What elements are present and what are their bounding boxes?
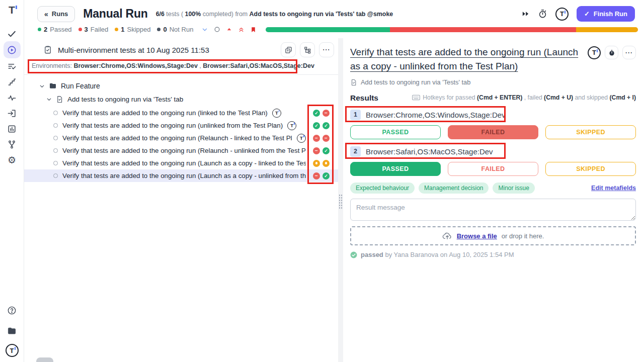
failed-button[interactable]: FAILED: [448, 162, 538, 176]
tag-minor-issue[interactable]: Minor issue: [493, 183, 534, 194]
copy-run-button[interactable]: [281, 42, 296, 57]
help-icon: [7, 306, 17, 315]
sidebar-item-test-plans[interactable]: [4, 59, 21, 74]
test-row[interactable]: Verify that tests are added to the ongoi…: [24, 107, 338, 119]
status-badge: [313, 172, 320, 179]
caret-up-icon[interactable]: [226, 26, 232, 33]
detail-head: Verify that tests are added to the ongoi…: [350, 44, 636, 78]
timer-icon[interactable]: [538, 9, 547, 19]
legend-failed: 3Failed: [78, 26, 109, 33]
sidebar-item-runs[interactable]: [4, 41, 21, 58]
sidebar-bottom: T: [4, 303, 21, 357]
test-row[interactable]: Verify that tests are added to the ongoi…: [24, 144, 338, 157]
finish-run-button[interactable]: ✓ Finish Run: [577, 6, 635, 22]
passed-button[interactable]: PASSED: [350, 125, 441, 139]
result-badges: [313, 122, 330, 129]
legend-passed: 2Passed: [38, 26, 72, 33]
sidebar-item-tests[interactable]: [4, 26, 21, 42]
browse-file-link[interactable]: Browse a file: [457, 232, 497, 240]
copy-icon: [285, 46, 292, 54]
bar-chart-icon: [7, 124, 17, 134]
result-status-line: passed by Yana Baranova on Aug 10, 2025 …: [350, 251, 636, 258]
user-avatar[interactable]: T: [6, 344, 19, 357]
tag-expected-behaviour[interactable]: Expected behaviour: [350, 183, 415, 194]
test-row[interactable]: Verify that tests are added to the ongoi…: [24, 119, 338, 132]
tag-management-decision[interactable]: Management decision: [419, 183, 489, 194]
assignee-avatar: T: [297, 134, 306, 143]
document-check-icon: [350, 79, 357, 86]
sidebar-item-help[interactable]: [4, 303, 21, 318]
environment-result-block: 1 Browser:Chrome,OS:Windows,Stage:Dev PA…: [350, 108, 636, 139]
sidebar-item-settings[interactable]: ⚙: [4, 152, 21, 168]
test-title: Verify that tests are added to the ongoi…: [62, 172, 306, 179]
edit-metafields-link[interactable]: Edit metafields: [591, 185, 636, 192]
status-state: passed: [361, 251, 383, 258]
main-area: « Runs Manual Run 6/6 tests ( 100% compl…: [24, 0, 644, 362]
folder-icon: [49, 82, 57, 90]
env-separator: ,: [198, 62, 203, 69]
sidebar-item-reports[interactable]: [4, 121, 21, 137]
chevron-down-icon[interactable]: [46, 97, 52, 102]
run-more-button[interactable]: ···: [319, 42, 334, 57]
sidebar-item-pulse[interactable]: [4, 90, 21, 106]
result-message-input[interactable]: [350, 199, 636, 221]
stairs-icon: [7, 77, 17, 87]
run-tree-panel: Multi-environment tests at 10 Aug 2025 1…: [24, 38, 338, 362]
passed-button[interactable]: PASSED: [350, 162, 441, 176]
bookmark-icon[interactable]: [250, 26, 257, 33]
check-icon: [7, 29, 17, 39]
user-avatar[interactable]: T: [555, 8, 569, 21]
panel-splitter[interactable]: [338, 38, 343, 362]
run-title: Multi-environment tests at 10 Aug 2025 1…: [58, 46, 209, 54]
tests-list: Verify that tests are added to the ongoi…: [24, 107, 338, 182]
tree-folder-run-feature[interactable]: Run Feature: [24, 79, 338, 93]
test-row[interactable]: Verify that tests are added to the ongoi…: [24, 157, 338, 169]
content-split: Multi-environment tests at 10 Aug 2025 1…: [24, 38, 644, 362]
test-detail-panel: Verify that tests are added to the ongoi…: [343, 38, 644, 362]
environment-name: Browser:Safari,OS:MacOS,Stage:Dev: [366, 147, 493, 156]
status-badge: [323, 122, 330, 129]
chevron-down-icon[interactable]: [39, 83, 45, 89]
tree-suite[interactable]: Add tests to ongoing run via 'Tests' tab: [24, 93, 338, 106]
back-icon: «: [44, 10, 48, 18]
sidebar-item-projects[interactable]: [4, 323, 21, 339]
assignee-avatar[interactable]: T: [588, 46, 601, 59]
progress-passed-segment: [266, 27, 390, 32]
result-legend: 2Passed 3Failed 1Skipped 0Not Run: [38, 26, 193, 33]
test-row[interactable]: Verify that tests are added to the ongoi…: [24, 132, 338, 144]
test-detail-title[interactable]: Verify that tests are added to the ongoi…: [350, 45, 588, 73]
runs-back-button[interactable]: « Runs: [37, 6, 75, 22]
test-tree: Run Feature Add tests to ongoing run via…: [24, 75, 338, 362]
file-drop-area[interactable]: Browse a file or drop it here.: [350, 226, 636, 245]
app-logo[interactable]: T: [9, 4, 15, 16]
tree-view-button[interactable]: [300, 42, 315, 57]
run-meta: 6/6 tests ( 100% completed) from Add tes…: [156, 11, 393, 18]
branch-icon: [7, 140, 17, 149]
chevron-down-icon[interactable]: [201, 26, 208, 33]
result-buttons: PASSED FAILED SKIPPED: [350, 162, 636, 176]
test-row-selected[interactable]: Verify that tests are added to the ongoi…: [24, 169, 338, 182]
environment-number: 1: [350, 110, 361, 120]
cloud-upload-icon: [442, 232, 452, 240]
folder-label: Run Feature: [61, 82, 100, 90]
legend-skipped: 1Skipped: [115, 26, 150, 33]
double-caret-up-icon[interactable]: [238, 26, 245, 33]
failed-button[interactable]: FAILED: [448, 125, 538, 139]
sidebar-item-steps[interactable]: [4, 74, 21, 90]
test-title: Verify that tests are added to the ongoi…: [62, 109, 268, 117]
sidebar-item-branches[interactable]: [4, 137, 21, 152]
status-filter-icons: [201, 26, 257, 33]
sidebar-item-import[interactable]: [4, 106, 21, 121]
status-badge: [313, 122, 320, 129]
circle-outline-icon[interactable]: [214, 26, 220, 33]
detail-more-button[interactable]: ···: [622, 46, 636, 59]
timer-button[interactable]: [605, 46, 618, 59]
assignee-avatar: T: [287, 121, 296, 130]
detail-suite[interactable]: Add tests to ongoing run via 'Tests' tab: [350, 78, 636, 86]
fast-forward-icon[interactable]: [521, 10, 530, 18]
corner-widget[interactable]: [36, 357, 53, 362]
skipped-button[interactable]: SKIPPED: [545, 162, 636, 176]
splitter-grip-icon[interactable]: [339, 194, 343, 209]
skipped-button[interactable]: SKIPPED: [545, 125, 636, 139]
result-badges: [313, 110, 330, 117]
